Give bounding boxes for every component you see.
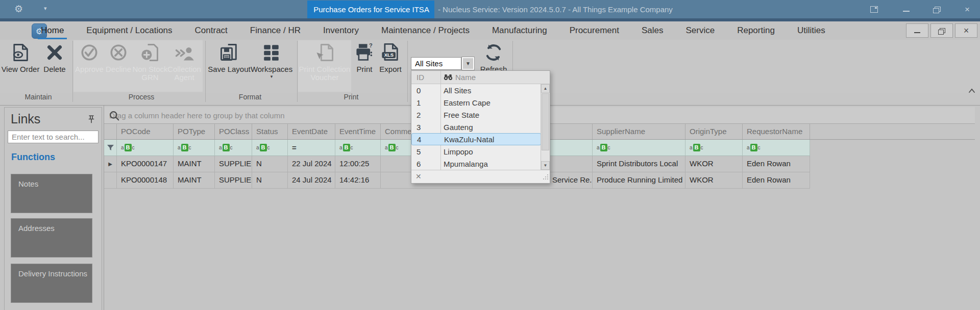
list-item-selected[interactable]: 4KwaZulu-Natal	[411, 133, 541, 145]
approve-button[interactable]: Approve	[75, 41, 104, 73]
cell-eventtime[interactable]: 12:00:25	[335, 156, 381, 172]
settings-gear-icon[interactable]: ⚙	[14, 3, 23, 15]
filter-cell-pocode[interactable]: aBc	[117, 140, 174, 156]
print-collection-voucher-button[interactable]: Print CollectionVoucher	[298, 41, 351, 82]
cell-potype[interactable]: MAINT	[174, 156, 215, 172]
dropdown-scrollbar[interactable]: ▲ ▼	[541, 84, 550, 170]
cell-eventtime[interactable]: 14:42:16	[335, 172, 381, 188]
print-label: Print	[357, 65, 373, 73]
dropdown-id-header[interactable]: ID	[411, 73, 440, 82]
collapse-ribbon-chevron-icon[interactable]	[968, 87, 976, 96]
restore-window-button[interactable]	[931, 5, 942, 14]
cell-origintype[interactable]: WKOR	[685, 172, 743, 188]
tab-finance-hr[interactable]: Finance / HR	[239, 21, 312, 40]
list-item[interactable]: 0All Sites	[411, 84, 541, 96]
tab-contract[interactable]: Contract	[184, 21, 239, 40]
filter-cell-eventtime[interactable]: aBc	[335, 140, 381, 156]
close-window-button[interactable]: ×	[962, 5, 973, 14]
window-title: Purchase Orders for Service ITSA - Nucle…	[307, 1, 673, 18]
minimize-window-button[interactable]	[900, 5, 912, 14]
export-button[interactable]: XLS Export	[378, 41, 403, 73]
filter-cell-eventdate[interactable]: =	[288, 140, 335, 156]
view-order-button[interactable]: View Order	[4, 41, 37, 73]
cell-status[interactable]: N	[252, 172, 288, 188]
cell-requestorname[interactable]: Eden Rowan	[743, 172, 810, 188]
titlebar-dropdown-caret-icon[interactable]: ▾	[44, 5, 47, 12]
list-item[interactable]: 3Gauteng	[411, 121, 541, 133]
delete-button[interactable]: Delete	[39, 41, 70, 73]
cell-suppliername[interactable]: Produce Running Limited	[593, 172, 685, 188]
sidebar-item-addresses[interactable]: Addresses	[11, 218, 92, 257]
pcv-label-line2: Voucher	[299, 73, 351, 82]
cell-poclass[interactable]: SUPPLIER	[215, 172, 252, 188]
list-item[interactable]: 1Eastern Cape	[411, 96, 541, 109]
cell-poclass[interactable]: SUPPLIER	[215, 156, 252, 172]
pin-icon[interactable]	[87, 115, 95, 126]
save-layout-button[interactable]: Save Layout	[208, 41, 250, 73]
save-layout-icon	[219, 41, 239, 64]
non-stock-grn-button[interactable]: Non StockGRN	[133, 41, 167, 82]
option-id: 1	[411, 98, 440, 107]
tab-reporting[interactable]: Reporting	[726, 21, 786, 40]
site-dropdown-list: 0All Sites 1Eastern Cape 2Free State 3Ga…	[411, 84, 541, 170]
tab-inventory[interactable]: Inventory	[312, 21, 370, 40]
tab-sales[interactable]: Sales	[630, 21, 675, 40]
site-filter-combo: ▼	[411, 57, 474, 70]
grid-header-pocode[interactable]: POCode	[117, 124, 174, 139]
tab-equipment-locations[interactable]: Equipment / Locations	[75, 21, 183, 40]
grid-header-requestorname[interactable]: RequestorName	[743, 124, 810, 139]
tab-utilities[interactable]: Utilities	[786, 21, 837, 40]
sidebar-item-notes[interactable]: Notes	[11, 174, 92, 213]
cell-eventdate[interactable]: 22 Jul 2024	[288, 156, 335, 172]
cell-pocode[interactable]: KPO0000148	[117, 172, 174, 188]
cell-requestorname[interactable]: Eden Rowan	[743, 156, 810, 172]
filter-cell-requestorname[interactable]: aBc	[743, 140, 810, 156]
sidebar-item-delivery-instructions[interactable]: Delivery Instructions	[11, 264, 92, 303]
collection-agent-button[interactable]: CollectionAgent	[167, 41, 201, 82]
grid-header-poclass[interactable]: POClass	[215, 124, 252, 139]
ribbon-minimize-button[interactable]	[906, 23, 928, 38]
tab-maintenance-projects[interactable]: Maintenance / Projects	[370, 21, 481, 40]
cell-status[interactable]: N	[252, 156, 288, 172]
grid-header-origintype[interactable]: OriginType	[685, 124, 743, 139]
workspaces-button[interactable]: Workspaces ▾	[251, 41, 292, 79]
grid-header-eventtime[interactable]: EventTime	[335, 124, 381, 139]
cell-origintype[interactable]: WKOR	[685, 156, 743, 172]
dock-window-button[interactable]	[868, 5, 879, 14]
list-item[interactable]: 5Limpopo	[411, 145, 541, 158]
grid-header-eventdate[interactable]: EventDate	[288, 124, 335, 139]
list-item[interactable]: 2Free State	[411, 109, 541, 121]
grid-header-suppliername[interactable]: SupplierName	[593, 124, 685, 139]
cell-potype[interactable]: MAINT	[174, 172, 215, 188]
grid-header-status[interactable]: Status	[252, 124, 288, 139]
filter-cell-potype[interactable]: aBc	[174, 140, 215, 156]
clear-selection-icon[interactable]: ✕	[415, 172, 422, 180]
list-item[interactable]: 6Mpumalanga	[411, 158, 541, 170]
cell-suppliername[interactable]: Sprint Distributors Local	[593, 156, 685, 172]
filter-cell-status[interactable]: aBc	[252, 140, 288, 156]
site-filter-input[interactable]	[411, 57, 461, 70]
scrollbar-thumb[interactable]	[542, 93, 549, 150]
grid-header-potype[interactable]: POType	[174, 124, 215, 139]
tab-service[interactable]: Service	[674, 21, 726, 40]
cell-eventdate[interactable]: 24 Jul 2024	[288, 172, 335, 188]
refresh-button[interactable]: Refresh	[479, 41, 508, 73]
dropdown-name-header[interactable]: Name	[440, 73, 476, 82]
scroll-down-arrow[interactable]: ▼	[541, 161, 550, 170]
site-filter-dropdown-button[interactable]: ▼	[462, 57, 474, 70]
tab-manufacturing[interactable]: Manufacturing	[481, 21, 558, 40]
decline-button[interactable]: Decline	[104, 41, 133, 73]
ribbon-tabs: Home Equipment / Locations Contract Fina…	[30, 21, 837, 40]
scroll-up-arrow[interactable]: ▲	[541, 84, 550, 93]
cell-pocode[interactable]: KPO0000147	[117, 156, 174, 172]
filter-cell-suppliername[interactable]: aBc	[593, 140, 685, 156]
resize-grip-icon[interactable]	[543, 173, 549, 182]
tab-procurement[interactable]: Procurement	[558, 21, 630, 40]
filter-cell-origintype[interactable]: aBc	[685, 140, 743, 156]
tab-home[interactable]: Home	[30, 21, 75, 40]
ribbon-restore-button[interactable]	[930, 23, 953, 38]
filter-cell-poclass[interactable]: aBc	[215, 140, 252, 156]
print-button[interactable]: ? Print	[353, 41, 376, 73]
ribbon-close-button[interactable]: ×	[955, 23, 977, 38]
sidebar-search-input[interactable]	[8, 132, 114, 142]
